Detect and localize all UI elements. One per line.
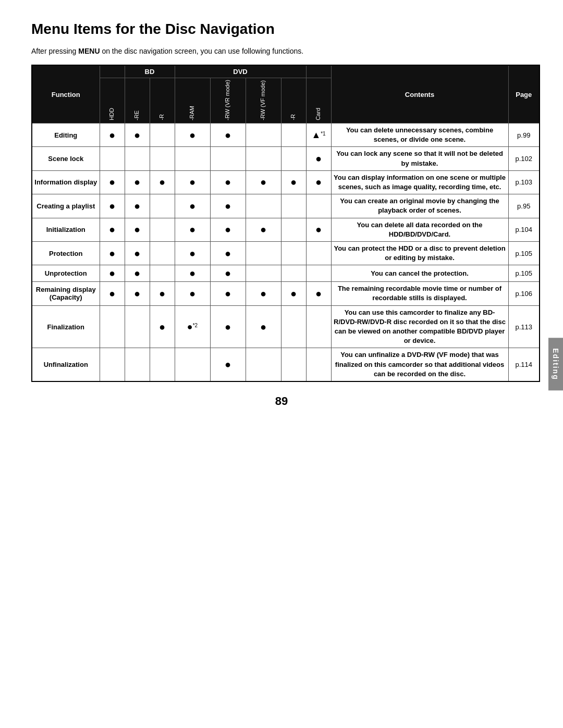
cell-r: ● — [150, 282, 175, 305]
cell-card — [306, 265, 331, 282]
cell-r — [150, 194, 175, 218]
col-hdd-header — [100, 65, 125, 78]
cell-contents: You can lock any scene so that it will n… — [331, 147, 508, 170]
page-number: 89 — [31, 394, 532, 408]
cell-ram: ● — [175, 265, 210, 282]
cell-r — [150, 265, 175, 282]
cell-re — [125, 305, 150, 348]
cell-card — [306, 305, 331, 348]
intro-text: After pressing MENU on the disc navigati… — [31, 47, 532, 55]
cell-page: p.104 — [508, 218, 540, 241]
col-rw-vf: -RW (VF mode) — [246, 78, 281, 124]
cell-contents: You can protect the HDD or a disc to pre… — [331, 241, 508, 265]
cell-ram: ●*2 — [175, 305, 210, 348]
col-re: -RE — [125, 78, 150, 124]
side-editing-label: Editing — [548, 338, 563, 390]
cell-card: ● — [306, 147, 331, 170]
cell-rw_vr: ● — [210, 265, 246, 282]
cell-ram: ● — [175, 282, 210, 305]
cell-contents: The remaining recordable movie time or n… — [331, 282, 508, 305]
cell-page: p.105 — [508, 265, 540, 282]
cell-r — [150, 147, 175, 170]
cell-hdd: ● — [100, 170, 125, 194]
cell-hdd — [100, 348, 125, 381]
cell-function: Creating a playlist — [32, 194, 100, 218]
cell-rw_vf — [246, 241, 281, 265]
cell-rw_vr: ● — [210, 305, 246, 348]
cell-re: ● — [125, 124, 150, 147]
cell-r — [150, 218, 175, 241]
cell-contents: You can delete all data recorded on the … — [331, 218, 508, 241]
cell-contents: You can use this camcorder to finalize a… — [331, 305, 508, 348]
table-row: Remaining display (Capacity)●●●●●●●●The … — [32, 282, 540, 305]
cell-function: Protection — [32, 241, 100, 265]
cell-ram — [175, 147, 210, 170]
col-r: -R — [150, 78, 175, 124]
cell-re: ● — [125, 241, 150, 265]
cell-rw_vf: ● — [246, 282, 281, 305]
cell-re: ● — [125, 282, 150, 305]
cell-ram: ● — [175, 170, 210, 194]
cell-page: p.102 — [508, 147, 540, 170]
cell-function: Scene lock — [32, 147, 100, 170]
col-bd: BD — [125, 65, 175, 78]
cell-r2 — [281, 218, 306, 241]
cell-function: Finalization — [32, 305, 100, 348]
cell-rw_vr: ● — [210, 124, 246, 147]
cell-re: ● — [125, 218, 150, 241]
cell-r2: ● — [281, 282, 306, 305]
cell-rw_vf — [246, 348, 281, 381]
cell-rw_vr: ● — [210, 218, 246, 241]
cell-r2: ● — [281, 170, 306, 194]
cell-rw_vf — [246, 194, 281, 218]
cell-function: Initialization — [32, 218, 100, 241]
cell-rw_vr: ● — [210, 194, 246, 218]
cell-hdd: ● — [100, 194, 125, 218]
cell-card — [306, 194, 331, 218]
table-header-top: Function BD DVD Contents Page — [32, 65, 540, 78]
cell-card — [306, 348, 331, 381]
cell-r: ● — [150, 170, 175, 194]
cell-ram — [175, 348, 210, 381]
cell-ram: ● — [175, 194, 210, 218]
cell-r: ● — [150, 305, 175, 348]
cell-rw_vf: ● — [246, 305, 281, 348]
cell-r2 — [281, 305, 306, 348]
cell-card — [306, 241, 331, 265]
col-page: Page — [508, 65, 540, 124]
cell-r2 — [281, 265, 306, 282]
navigation-table: Function BD DVD Contents Page HDD -RE -R… — [31, 65, 540, 382]
cell-r2 — [281, 348, 306, 381]
cell-function: Unprotection — [32, 265, 100, 282]
cell-rw_vf: ● — [246, 170, 281, 194]
cell-page: p.95 — [508, 194, 540, 218]
cell-re: ● — [125, 170, 150, 194]
table-row: Unfinalization●You can unfinalize a DVD-… — [32, 348, 540, 381]
cell-re: ● — [125, 265, 150, 282]
cell-re — [125, 348, 150, 381]
cell-hdd: ● — [100, 282, 125, 305]
cell-r2 — [281, 147, 306, 170]
col-card-header — [306, 65, 331, 78]
cell-rw_vr: ● — [210, 348, 246, 381]
cell-ram: ● — [175, 241, 210, 265]
cell-contents: You can create an original movie by chan… — [331, 194, 508, 218]
cell-rw_vf — [246, 124, 281, 147]
cell-function: Editing — [32, 124, 100, 147]
table-row: Unprotection●●●●You can cancel the prote… — [32, 265, 540, 282]
col-card: Card — [306, 78, 331, 124]
cell-ram: ● — [175, 124, 210, 147]
cell-page: p.103 — [508, 170, 540, 194]
cell-r — [150, 241, 175, 265]
cell-contents: You can unfinalize a DVD-RW (VF mode) th… — [331, 348, 508, 381]
cell-hdd: ● — [100, 265, 125, 282]
cell-contents: You can cancel the protection. — [331, 265, 508, 282]
cell-r2 — [281, 194, 306, 218]
cell-page: p.114 — [508, 348, 540, 381]
cell-r — [150, 124, 175, 147]
table-body: Editing●●●●▲*1You can delete unnecessary… — [32, 124, 540, 381]
col-contents: Contents — [331, 65, 508, 124]
cell-page: p.106 — [508, 282, 540, 305]
table-row: Protection●●●●You can protect the HDD or… — [32, 241, 540, 265]
cell-hdd — [100, 305, 125, 348]
